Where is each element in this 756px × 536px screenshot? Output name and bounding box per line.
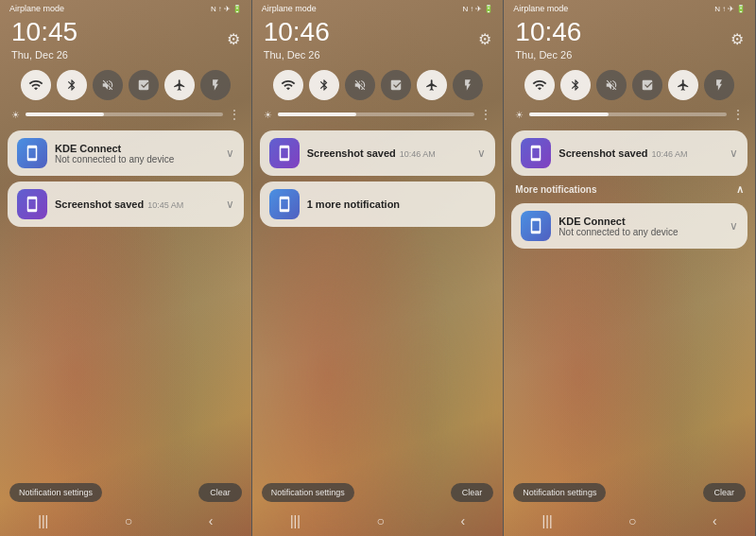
battery-icon-2: 🔋 bbox=[484, 5, 493, 13]
flashlight-toggle-1[interactable] bbox=[200, 70, 231, 100]
more-notifications-text-3: More notifications bbox=[515, 184, 596, 195]
mute-toggle-2[interactable] bbox=[345, 70, 375, 100]
nav-recents-icon-3[interactable]: ||| bbox=[542, 513, 553, 528]
flashlight-toggle-2[interactable] bbox=[453, 70, 483, 100]
notif-chevron-screenshot-2[interactable]: ∨ bbox=[477, 147, 486, 160]
notif-chevron-screenshot-3[interactable]: ∨ bbox=[730, 147, 738, 160]
notif-title-kde-1: KDE Connect bbox=[55, 143, 218, 154]
screen-toggle-1[interactable] bbox=[129, 70, 159, 100]
time-row-2: 10:46 Thu, Dec 26 ⚙ bbox=[252, 15, 504, 66]
airplane-mode-label-1: Airplane mode bbox=[9, 4, 64, 13]
bottom-bar-2: Notification settings Clear bbox=[252, 477, 504, 508]
battery-icon-3: 🔋 bbox=[736, 5, 746, 13]
nav-recents-icon-1[interactable]: ||| bbox=[38, 513, 48, 528]
nav-recents-icon-2[interactable]: ||| bbox=[290, 513, 301, 528]
mute-toggle-1[interactable] bbox=[93, 70, 123, 100]
wifi-status-icon-2: ↑ bbox=[470, 5, 473, 13]
clear-btn-2[interactable]: Clear bbox=[451, 483, 494, 502]
nav-back-icon-2[interactable]: ‹ bbox=[460, 513, 465, 528]
quick-toggles-3 bbox=[504, 66, 755, 104]
notif-time-screenshot-3: 10:46 AM bbox=[652, 149, 688, 159]
status-bar-3: Airplane mode N ↑ ✈ 🔋 bbox=[504, 0, 755, 15]
status-icons-3: N ↑ ✈ 🔋 bbox=[714, 5, 746, 13]
settings-gear-icon-3[interactable]: ⚙ bbox=[730, 30, 744, 48]
bluetooth-toggle-1[interactable] bbox=[57, 70, 87, 100]
notif-content-screenshot-2: Screenshot saved 10:46 AM bbox=[307, 147, 471, 159]
wifi-status-icon-1: ↑ bbox=[218, 5, 222, 13]
notification-settings-btn-2[interactable]: Notification settings bbox=[262, 483, 354, 502]
brightness-icon-3: ☀ bbox=[515, 110, 524, 120]
notif-chevron-kde-3[interactable]: ∨ bbox=[730, 219, 738, 233]
signal-icon-2: N bbox=[463, 5, 469, 13]
notification-panel-2: Airplane mode N ↑ ✈ 🔋 10:46 Thu, Dec 26 … bbox=[252, 0, 504, 536]
nav-home-icon-1[interactable]: ○ bbox=[125, 513, 132, 528]
bluetooth-toggle-2[interactable] bbox=[309, 70, 339, 100]
bottom-bar-3: Notification settings Clear bbox=[504, 477, 755, 508]
nav-back-icon-3[interactable]: ‹ bbox=[713, 513, 717, 528]
screenshot-icon-1 bbox=[17, 189, 47, 219]
brightness-row-3: ☀ ⋮ bbox=[504, 104, 755, 125]
airplane-toggle-3[interactable] bbox=[668, 70, 698, 100]
nav-home-icon-3[interactable]: ○ bbox=[628, 513, 636, 528]
notifications-area-1: KDE Connect Not connected to any device … bbox=[0, 125, 251, 477]
screen-toggle-2[interactable] bbox=[381, 70, 411, 100]
notifications-area-3: Screenshot saved 10:46 AM ∨ More notific… bbox=[504, 125, 755, 477]
brightness-track-2[interactable] bbox=[278, 112, 475, 116]
notif-card-screenshot-2[interactable]: Screenshot saved 10:46 AM ∨ bbox=[260, 130, 496, 176]
notif-card-kde-3[interactable]: KDE Connect Not connected to any device … bbox=[511, 203, 747, 249]
notif-card-kde-1[interactable]: KDE Connect Not connected to any device … bbox=[8, 130, 244, 176]
wifi-status-icon-3: ↑ bbox=[722, 5, 726, 13]
notification-panel-1: Airplane mode N ↑ ✈ 🔋 10:45 Thu, Dec 26 … bbox=[0, 0, 251, 536]
brightness-fill-2 bbox=[278, 112, 356, 116]
notification-settings-btn-1[interactable]: Notification settings bbox=[9, 483, 102, 502]
nav-home-icon-2[interactable]: ○ bbox=[376, 513, 384, 528]
mute-toggle-3[interactable] bbox=[596, 70, 627, 100]
phone-panel-3: Airplane mode N ↑ ✈ 🔋 10:46 Thu, Dec 26 … bbox=[504, 0, 756, 536]
brightness-row-1: ☀ ⋮ bbox=[0, 104, 251, 125]
wifi-toggle-3[interactable] bbox=[524, 70, 555, 100]
time-display-3: 10:46 bbox=[515, 17, 581, 47]
notif-chevron-kde-1[interactable]: ∨ bbox=[226, 147, 234, 160]
airplane-icon-2: ✈ bbox=[475, 5, 482, 13]
notif-card-screenshot-3[interactable]: Screenshot saved 10:46 AM ∨ bbox=[511, 130, 747, 176]
time-display-2: 10:46 bbox=[264, 17, 330, 47]
notif-title-more-2: 1 more notification bbox=[307, 199, 487, 210]
kde-icon-3 bbox=[521, 211, 551, 241]
more-dots-1[interactable]: ⋮ bbox=[229, 108, 240, 121]
time-row-3: 10:46 Thu, Dec 26 ⚙ bbox=[504, 15, 755, 66]
clear-btn-3[interactable]: Clear bbox=[703, 483, 747, 502]
bluetooth-toggle-3[interactable] bbox=[560, 70, 591, 100]
screen-toggle-3[interactable] bbox=[632, 70, 662, 100]
more-section-chevron-3[interactable]: ∧ bbox=[736, 183, 744, 196]
notif-card-screenshot-1[interactable]: Screenshot saved 10:45 AM ∨ bbox=[8, 182, 244, 227]
bottom-bar-1: Notification settings Clear bbox=[0, 477, 251, 508]
quick-toggles-1 bbox=[0, 66, 251, 104]
airplane-toggle-2[interactable] bbox=[417, 70, 447, 100]
notif-time-screenshot-1: 10:45 AM bbox=[147, 200, 183, 210]
brightness-track-1[interactable] bbox=[26, 112, 223, 116]
more-notif-icon-2 bbox=[269, 189, 300, 219]
screenshot-icon-2 bbox=[269, 138, 300, 168]
nav-back-icon-1[interactable]: ‹ bbox=[209, 513, 214, 528]
more-dots-3[interactable]: ⋮ bbox=[732, 108, 744, 121]
brightness-fill-3 bbox=[529, 112, 608, 116]
notif-content-more-2: 1 more notification bbox=[307, 199, 487, 210]
settings-gear-icon-1[interactable]: ⚙ bbox=[227, 30, 240, 48]
wifi-toggle-1[interactable] bbox=[21, 70, 51, 100]
notification-settings-btn-3[interactable]: Notification settings bbox=[513, 483, 606, 502]
brightness-track-3[interactable] bbox=[529, 112, 727, 116]
notif-chevron-screenshot-1[interactable]: ∨ bbox=[226, 198, 234, 211]
wifi-toggle-2[interactable] bbox=[273, 70, 303, 100]
notif-title-kde-3: KDE Connect bbox=[558, 216, 722, 227]
notif-content-screenshot-3: Screenshot saved 10:46 AM bbox=[558, 147, 722, 159]
notif-card-more-2[interactable]: 1 more notification bbox=[260, 182, 496, 227]
more-dots-2[interactable]: ⋮ bbox=[480, 108, 491, 121]
notif-title-screenshot-3: Screenshot saved bbox=[558, 147, 647, 159]
screenshot-icon-3 bbox=[521, 138, 551, 168]
date-display-1: Thu, Dec 26 bbox=[11, 49, 77, 61]
airplane-toggle-1[interactable] bbox=[164, 70, 195, 100]
flashlight-toggle-3[interactable] bbox=[704, 70, 734, 100]
signal-icon-3: N bbox=[714, 5, 720, 13]
settings-gear-icon-2[interactable]: ⚙ bbox=[478, 30, 491, 48]
clear-btn-1[interactable]: Clear bbox=[198, 483, 242, 502]
